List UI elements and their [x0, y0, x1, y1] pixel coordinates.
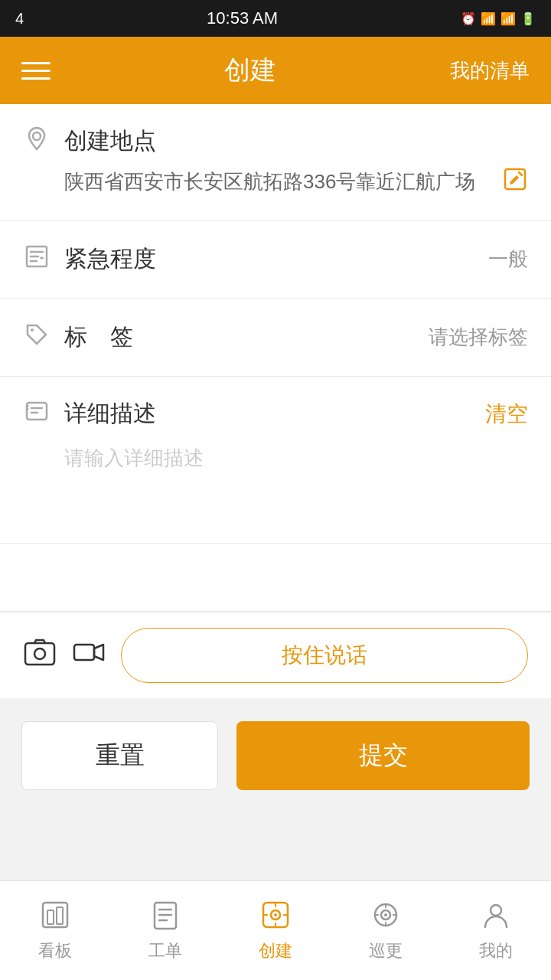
svg-rect-9 — [47, 910, 54, 924]
tag-section[interactable]: 标 签 请选择标签 — [0, 299, 551, 377]
camera-button[interactable] — [23, 635, 57, 676]
svg-rect-7 — [74, 645, 94, 660]
status-notification: 4 — [15, 10, 24, 28]
kanban-icon — [40, 900, 70, 935]
my-list-button[interactable]: 我的清单 — [450, 57, 530, 84]
patrol-label: 巡更 — [369, 939, 403, 962]
signal-icon: 📶 — [500, 11, 516, 26]
status-time: 10:53 AM — [207, 8, 278, 28]
location-value-row: 陕西省西安市长安区航拓路336号靠近汇航广场 — [23, 166, 528, 198]
nav-item-kanban[interactable]: 看板 — [0, 881, 110, 980]
location-section: 创建地点 陕西省西安市长安区航拓路336号靠近汇航广场 — [0, 104, 551, 220]
submit-button[interactable]: 提交 — [236, 721, 530, 790]
svg-point-14 — [274, 913, 277, 916]
location-title: 创建地点 — [64, 126, 156, 157]
video-button[interactable] — [72, 635, 106, 676]
create-icon — [260, 900, 291, 935]
action-buttons: 重置 提交 — [0, 698, 551, 813]
urgency-section[interactable]: 紧急程度 一般 — [0, 220, 551, 299]
status-icons: ⏰ 📶 📶 🔋 — [461, 11, 536, 26]
kanban-label: 看板 — [38, 939, 72, 962]
workorder-icon — [150, 900, 181, 935]
clear-button[interactable]: 清空 — [485, 400, 528, 429]
wifi-icon: 📶 — [481, 11, 496, 26]
create-label: 创建 — [259, 939, 292, 962]
reset-button[interactable]: 重置 — [21, 721, 218, 790]
svg-point-17 — [384, 913, 387, 916]
form-content: 创建地点 陕西省西安市长安区航拓路336号靠近汇航广场 紧急程度 一般 — [0, 104, 551, 611]
svg-rect-5 — [25, 643, 54, 665]
voice-label: 按住说话 — [282, 641, 367, 670]
tag-title: 标 签 — [64, 322, 133, 353]
bottom-navigation: 看板 工单 创建 — [0, 880, 551, 980]
voice-button[interactable]: 按住说话 — [121, 628, 528, 683]
location-icon — [23, 126, 51, 156]
patrol-icon — [370, 900, 401, 935]
svg-point-6 — [34, 648, 45, 659]
urgency-value: 一般 — [488, 246, 528, 273]
edit-location-button[interactable] — [490, 166, 528, 198]
nav-item-create[interactable]: 创建 — [220, 881, 331, 980]
svg-point-3 — [31, 328, 34, 332]
description-placeholder[interactable]: 请输入详细描述 — [23, 445, 528, 521]
nav-item-patrol[interactable]: 巡更 — [331, 881, 441, 980]
menu-button[interactable] — [21, 62, 51, 80]
media-toolbar: 按住说话 — [0, 612, 551, 698]
description-icon — [23, 399, 51, 429]
app-header: 创建 我的清单 — [0, 37, 551, 104]
urgency-title: 紧急程度 — [64, 243, 156, 275]
nav-item-workorder[interactable]: 工单 — [110, 881, 220, 980]
mine-label: 我的 — [479, 939, 513, 962]
tag-placeholder: 请选择标签 — [429, 324, 528, 351]
svg-rect-4 — [27, 403, 47, 420]
svg-rect-8 — [43, 903, 67, 927]
battery-icon: 🔋 — [520, 11, 536, 26]
description-section: 详细描述 清空 请输入详细描述 — [0, 377, 551, 544]
description-title: 详细描述 — [64, 398, 156, 430]
status-bar: 4 10:53 AM ⏰ 📶 📶 🔋 — [0, 0, 551, 37]
svg-point-18 — [491, 905, 501, 916]
description-header-left: 详细描述 — [23, 398, 156, 430]
nav-item-mine[interactable]: 我的 — [441, 881, 551, 980]
page-title: 创建 — [224, 53, 276, 88]
description-header: 详细描述 清空 — [23, 398, 528, 430]
workorder-label: 工单 — [148, 939, 182, 962]
location-header: 创建地点 — [23, 126, 528, 157]
mine-icon — [481, 900, 511, 935]
svg-point-0 — [33, 132, 41, 140]
svg-rect-10 — [57, 907, 63, 924]
alarm-icon: ⏰ — [461, 11, 476, 26]
location-value: 陕西省西安市长安区航拓路336号靠近汇航广场 — [23, 166, 475, 198]
urgency-icon — [23, 244, 51, 274]
tag-icon — [23, 322, 51, 352]
content-spacer — [0, 813, 551, 880]
